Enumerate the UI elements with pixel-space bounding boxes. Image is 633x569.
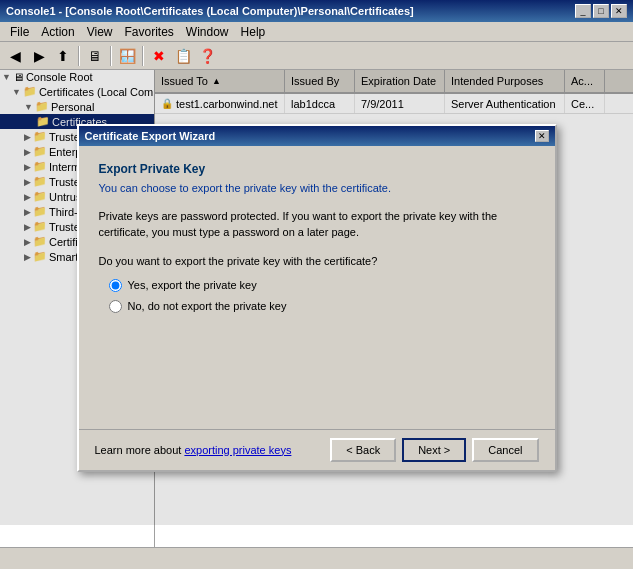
toolbar: ◀ ▶ ⬆ 🖥 🪟 ✖ 📋 ❓ [0, 42, 633, 70]
radio-no-option[interactable]: No, do not export the private key [109, 300, 535, 313]
title-bar: Console1 - [Console Root\Certificates (L… [0, 0, 633, 22]
dialog-question: Do you want to export the private key wi… [99, 255, 535, 267]
radio-no[interactable] [109, 300, 122, 313]
exporting-private-keys-link[interactable]: exporting private keys [184, 444, 291, 456]
back-button[interactable]: ◀ [4, 45, 26, 67]
menu-file[interactable]: File [4, 24, 35, 40]
main-area: ▼ 🖥 Console Root ▼ 📁 Certificates (Local… [0, 70, 633, 547]
title-text: Console1 - [Console Root\Certificates (L… [6, 5, 414, 17]
dialog-subtitle: You can choose to export the private key… [99, 182, 535, 194]
toolbar-separator-2 [110, 46, 112, 66]
menu-action[interactable]: Action [35, 24, 80, 40]
title-controls: _ □ ✕ [575, 4, 627, 18]
status-bar [0, 547, 633, 569]
show-hide-button[interactable]: 🖥 [84, 45, 106, 67]
dialog-content: Export Private Key You can choose to exp… [79, 146, 555, 429]
maximize-button[interactable]: □ [593, 4, 609, 18]
help-button[interactable]: ❓ [196, 45, 218, 67]
menu-view[interactable]: View [81, 24, 119, 40]
dialog-body-text: Private keys are password protected. If … [99, 208, 535, 241]
next-dialog-button[interactable]: Next > [402, 438, 466, 462]
new-window-button[interactable]: 🪟 [116, 45, 138, 67]
cancel-dialog-button[interactable]: Cancel [472, 438, 538, 462]
back-dialog-button[interactable]: < Back [330, 438, 396, 462]
toolbar-separator-3 [142, 46, 144, 66]
menu-bar: File Action View Favorites Window Help [0, 22, 633, 42]
toolbar-separator-1 [78, 46, 80, 66]
menu-window[interactable]: Window [180, 24, 235, 40]
dialog-section-title: Export Private Key [99, 162, 535, 176]
close-window-button[interactable]: ✕ [611, 4, 627, 18]
learn-more-area: Learn more about exporting private keys [95, 444, 292, 456]
dialog-overlay: Certificate Export Wizard ✕ Export Priva… [0, 70, 633, 525]
minimize-button[interactable]: _ [575, 4, 591, 18]
radio-group: Yes, export the private key No, do not e… [109, 279, 535, 313]
forward-button[interactable]: ▶ [28, 45, 50, 67]
dialog-title: Certificate Export Wizard [85, 130, 216, 142]
certificate-export-wizard-dialog: Certificate Export Wizard ✕ Export Priva… [77, 124, 557, 472]
link-prefix: Learn more about [95, 444, 185, 456]
up-button[interactable]: ⬆ [52, 45, 74, 67]
dialog-title-bar: Certificate Export Wizard ✕ [79, 126, 555, 146]
radio-yes-option[interactable]: Yes, export the private key [109, 279, 535, 292]
dialog-close-button[interactable]: ✕ [535, 130, 549, 142]
spacer [99, 333, 535, 413]
dialog-button-group: < Back Next > Cancel [330, 438, 538, 462]
radio-yes-label: Yes, export the private key [128, 279, 257, 291]
menu-favorites[interactable]: Favorites [119, 24, 180, 40]
dialog-footer: Learn more about exporting private keys … [79, 429, 555, 470]
radio-no-label: No, do not export the private key [128, 300, 287, 312]
properties-button[interactable]: 📋 [172, 45, 194, 67]
menu-help[interactable]: Help [235, 24, 272, 40]
radio-yes[interactable] [109, 279, 122, 292]
delete-button[interactable]: ✖ [148, 45, 170, 67]
